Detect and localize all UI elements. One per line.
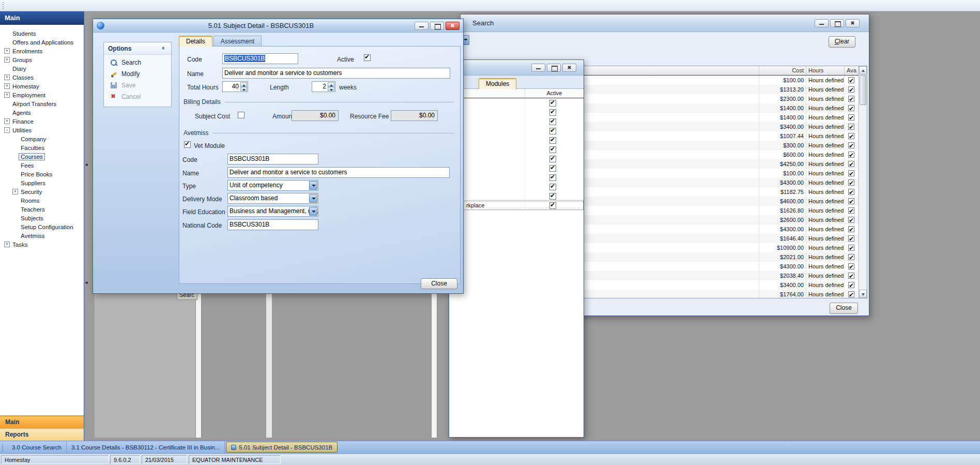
sidebar-tree-item[interactable]: Price Books (0, 170, 84, 178)
avetmiss-code-input[interactable]: BSBCUS301B (227, 154, 318, 164)
sidebar-tree-item[interactable]: + Classes (0, 73, 84, 82)
options-item[interactable]: Search (104, 57, 171, 68)
available-checkbox[interactable] (848, 245, 854, 251)
sidebar-tree-item[interactable]: Agents (0, 108, 84, 117)
total-hours-input[interactable]: 40 (222, 81, 248, 92)
sidebar-tree-item[interactable]: Rooms (0, 196, 84, 205)
dropdown-button[interactable] (309, 207, 317, 216)
maximize-button[interactable] (547, 64, 561, 72)
options-item[interactable]: Modify (104, 68, 171, 80)
modules-window-titlebar[interactable] (449, 60, 584, 76)
tree-expander-icon[interactable]: + (12, 189, 18, 194)
available-checkbox[interactable] (848, 77, 854, 83)
module-active-checkbox[interactable] (549, 184, 556, 190)
available-checkbox[interactable] (848, 152, 854, 158)
delivery-mode-select[interactable]: Classroom based (227, 193, 318, 204)
close-button[interactable] (562, 64, 576, 72)
available-checkbox[interactable] (848, 96, 854, 102)
search-window-titlebar[interactable]: Search (461, 14, 869, 32)
nav-main-button[interactable]: Main (0, 416, 84, 428)
menu-item[interactable] (28, 4, 39, 7)
menu-item[interactable] (8, 4, 18, 7)
sidebar-collapse-arrow-icon[interactable] (84, 161, 89, 168)
spin-down-icon[interactable] (240, 87, 247, 92)
tree-expander-icon[interactable]: + (4, 48, 10, 54)
module-row[interactable] (449, 98, 584, 108)
available-checkbox[interactable] (848, 114, 854, 121)
search-close-button[interactable]: Close (830, 303, 858, 314)
available-checkbox[interactable] (848, 282, 854, 288)
available-checkbox[interactable] (848, 198, 854, 204)
sidebar-tree-item[interactable]: + Groups (0, 55, 84, 64)
taskbar-tab[interactable]: 3.0 Course Search (7, 441, 67, 454)
scroll-down-icon[interactable] (859, 290, 867, 298)
module-row[interactable] (449, 182, 584, 191)
available-checkbox[interactable] (848, 170, 854, 176)
module-row[interactable] (449, 145, 584, 154)
close-button[interactable] (446, 22, 460, 30)
sidebar-tree-item[interactable]: Avetmiss (0, 231, 84, 240)
module-active-checkbox[interactable] (549, 165, 556, 172)
minimize-button[interactable] (415, 22, 428, 30)
minimize-button[interactable] (815, 19, 829, 27)
tab-details[interactable]: Details (179, 36, 212, 47)
spin-down-icon[interactable] (328, 87, 334, 92)
sidebar-tree-item[interactable]: Students (0, 29, 84, 38)
module-row[interactable]: rkplace (449, 201, 584, 210)
sidebar-tree-item[interactable]: Offers and Applications (0, 38, 84, 47)
sidebar-tree-item[interactable]: Setup Configuration (0, 222, 84, 231)
grid-scrollbar[interactable] (859, 66, 867, 298)
module-row[interactable] (449, 191, 584, 201)
module-row[interactable] (449, 108, 584, 117)
options-item[interactable]: Cancel (104, 91, 171, 102)
options-panel-header[interactable]: Options (104, 42, 171, 55)
available-checkbox[interactable] (848, 161, 854, 167)
tab-modules[interactable]: Modules (479, 78, 516, 89)
taskbar-tab[interactable]: 5.01 Subject Detail - BSBCUS301B (226, 442, 338, 453)
scroll-up-icon[interactable] (859, 66, 867, 74)
amount-input[interactable]: $0.00 (292, 110, 339, 121)
grid-col-hours[interactable]: Hours (806, 66, 845, 75)
tree-expander-icon[interactable]: + (4, 118, 10, 124)
sidebar-tree-item[interactable]: + Employment (0, 91, 84, 99)
taskbar-grip-icon[interactable] (2, 444, 5, 452)
available-checkbox[interactable] (848, 105, 854, 111)
subject-cost-checkbox[interactable] (238, 112, 244, 118)
grid-col-available[interactable]: Ava (845, 66, 859, 75)
available-checkbox[interactable] (848, 217, 854, 223)
available-checkbox[interactable] (848, 291, 854, 297)
dialog-titlebar[interactable]: 5.01 Subject Detail - BSBCUS301B (93, 19, 463, 33)
tree-expander-icon[interactable]: + (4, 83, 10, 89)
module-row[interactable] (449, 126, 584, 136)
spinner-buttons[interactable] (328, 82, 334, 91)
vet-module-checkbox[interactable] (184, 141, 191, 148)
module-active-checkbox[interactable] (549, 193, 556, 200)
active-checkbox[interactable] (364, 54, 371, 61)
sidebar-tree-item[interactable]: - Utilities (0, 126, 84, 134)
sidebar-tree-item[interactable]: Faculties (0, 143, 84, 152)
tree-expander-icon[interactable]: + (4, 57, 10, 63)
sidebar-tree-item[interactable]: Subjects (0, 214, 84, 222)
module-active-checkbox[interactable] (549, 118, 556, 125)
available-checkbox[interactable] (848, 273, 854, 279)
available-checkbox[interactable] (848, 254, 854, 260)
minimize-button[interactable] (531, 64, 545, 72)
type-select[interactable]: Unit of competency (227, 180, 318, 191)
dropdown-button[interactable] (309, 181, 317, 190)
grid-col-cost[interactable]: Cost (759, 66, 806, 75)
menu-item[interactable] (18, 4, 28, 7)
sidebar-tree-item[interactable]: Teachers (0, 205, 84, 214)
available-checkbox[interactable] (848, 189, 854, 195)
code-input[interactable]: BSBCUS301B (222, 53, 298, 64)
sidebar-tree-item[interactable]: + Homestay (0, 82, 84, 91)
sidebar-tree-item[interactable]: + Tasks (0, 240, 84, 249)
sidebar-tree-item[interactable]: Airport Transfers (0, 99, 84, 108)
nav-reports-button[interactable]: Reports (0, 428, 84, 441)
spinner-buttons[interactable] (240, 82, 247, 91)
resource-fee-input[interactable]: $0.00 (391, 110, 438, 121)
module-active-checkbox[interactable] (549, 202, 556, 209)
maximize-button[interactable] (430, 22, 444, 30)
sidebar-tree-item[interactable]: + Enrolments (0, 47, 84, 55)
module-row[interactable] (449, 136, 584, 145)
sidebar-collapse-arrow-icon[interactable] (84, 279, 89, 286)
